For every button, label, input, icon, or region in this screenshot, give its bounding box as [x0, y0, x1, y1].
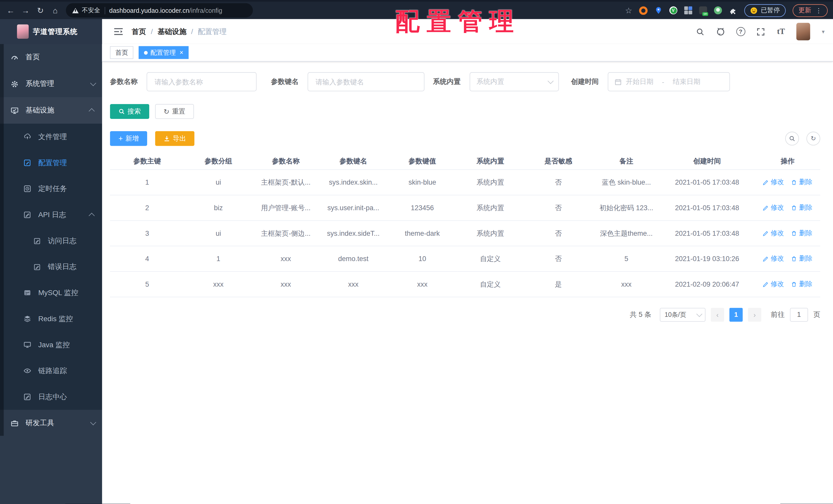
- refresh-icon: ↻: [164, 107, 169, 115]
- sidebar-item-infrastructure[interactable]: 基础设施: [0, 97, 102, 124]
- calendar-icon: [615, 78, 622, 85]
- user-avatar[interactable]: [796, 23, 810, 41]
- edit-link[interactable]: 修改: [763, 254, 784, 263]
- next-page-button[interactable]: ›: [748, 308, 761, 322]
- breadcrumb: 首页 / 基础设施 / 配置管理: [132, 27, 227, 36]
- edit-link[interactable]: 修改: [763, 280, 784, 289]
- edit-link[interactable]: 修改: [763, 229, 784, 238]
- github-icon[interactable]: [716, 27, 725, 36]
- sidebar-item-redis-monitor[interactable]: Redis 监控: [0, 306, 102, 332]
- sidebar-item-dev-tools[interactable]: 研发工具: [0, 410, 102, 436]
- table-row: 1ui 主框架页-默认...sys.index.skin... skin-blu…: [110, 170, 820, 195]
- table-row: 5xxx xxxxxx xxx自定义 是xxx 2021-02-09 20:06…: [110, 272, 820, 297]
- pencil-icon: [763, 205, 768, 211]
- extension-green-v-icon[interactable]: [669, 6, 677, 14]
- delete-link[interactable]: 删除: [791, 178, 812, 187]
- sidebar-item-home[interactable]: 首页: [0, 44, 102, 71]
- column-header: 参数键值: [387, 153, 457, 170]
- sidebar-item-file-management[interactable]: 文件管理: [0, 124, 102, 150]
- sidebar-item-config-management[interactable]: 配置管理: [0, 150, 102, 176]
- extension-on-icon[interactable]: [699, 6, 707, 14]
- fullscreen-icon[interactable]: [756, 27, 765, 36]
- home-icon[interactable]: ⌂: [48, 6, 63, 15]
- puzzle-extensions-icon[interactable]: [729, 6, 737, 15]
- sidebar-scrollbar[interactable]: [0, 44, 4, 436]
- refresh-icon[interactable]: ↻: [33, 6, 48, 15]
- caret-down-icon[interactable]: ▼: [821, 29, 826, 34]
- infra-monitor-icon: [11, 106, 19, 114]
- page-number-button[interactable]: 1: [729, 308, 743, 322]
- edit-link[interactable]: 修改: [763, 178, 784, 187]
- log-edit-icon: [33, 263, 41, 271]
- sidebar-item-log-center[interactable]: 日志中心: [0, 384, 102, 410]
- dashboard-icon: [11, 53, 19, 61]
- toggle-search-button[interactable]: [785, 132, 799, 146]
- app-logo[interactable]: 芋道管理系统: [0, 19, 102, 44]
- param-key-field[interactable]: [314, 77, 418, 86]
- timer-icon: [23, 185, 31, 193]
- add-button[interactable]: + 新增: [110, 131, 147, 146]
- log-edit-icon: [33, 237, 41, 245]
- sidebar-item-system[interactable]: 系统管理: [0, 71, 102, 97]
- table-header-row: 参数主键 参数分组 参数名称 参数键名 参数键值 系统内置 是否敏感 备注 创建…: [110, 153, 820, 170]
- refresh-table-button[interactable]: ↻: [806, 132, 820, 146]
- close-icon[interactable]: ×: [180, 49, 184, 56]
- sidebar-item-java-monitor[interactable]: Java 监控: [0, 332, 102, 358]
- delete-link[interactable]: 删除: [791, 203, 812, 212]
- eye-icon: [23, 367, 31, 375]
- delete-link[interactable]: 删除: [791, 254, 812, 263]
- extension-grid-icon[interactable]: [684, 6, 692, 14]
- delete-link[interactable]: 删除: [791, 229, 812, 238]
- delete-link[interactable]: 删除: [791, 280, 812, 289]
- forward-icon[interactable]: →: [18, 6, 33, 15]
- param-name-field[interactable]: [153, 77, 250, 86]
- sidebar-item-api-log[interactable]: API 日志: [0, 202, 102, 228]
- breadcrumb-section[interactable]: 基础设施: [158, 27, 186, 36]
- search-button[interactable]: 搜索: [110, 104, 149, 119]
- breadcrumb-home[interactable]: 首页: [132, 27, 146, 36]
- sidebar-item-access-log[interactable]: 访问日志: [0, 228, 102, 254]
- pagination: 共 5 条 10条/页 ‹ 1 › 前往 1 页: [110, 308, 820, 322]
- browser-chrome: ← → ↻ ⌂ 不安全 dashboard.yudao.iocoder.cn/i…: [0, 0, 833, 19]
- sidebar-item-scheduled-jobs[interactable]: 定时任务: [0, 176, 102, 202]
- font-size-icon[interactable]: tT: [776, 27, 786, 36]
- tag-home[interactable]: 首页: [110, 46, 133, 59]
- emoji-face-icon: [750, 7, 758, 14]
- tag-config-management[interactable]: 配置管理 ×: [139, 46, 189, 59]
- chevron-down-icon: [696, 311, 702, 317]
- edit-link[interactable]: 修改: [763, 203, 784, 212]
- page-size-select[interactable]: 10条/页: [660, 308, 706, 322]
- table-toolbar: + 新增 导出 ↻: [110, 131, 820, 146]
- back-icon[interactable]: ←: [3, 6, 18, 15]
- sidebar-item-tracing[interactable]: 链路追踪: [0, 358, 102, 384]
- date-end-placeholder: 结束日期: [673, 77, 700, 86]
- extension-pin-icon[interactable]: [654, 6, 662, 14]
- bookmark-star-icon[interactable]: ☆: [625, 6, 632, 15]
- column-header: 创建时间: [659, 153, 755, 170]
- kebab-menu-icon[interactable]: ⋮: [815, 7, 822, 14]
- browser-update-button[interactable]: 更新 ⋮: [792, 4, 828, 17]
- chevron-down-icon: [90, 80, 96, 86]
- reset-button[interactable]: ↻ 重置: [155, 104, 194, 119]
- search-icon[interactable]: [695, 27, 705, 36]
- extension-orange-icon[interactable]: [639, 6, 647, 15]
- topbar: 首页 / 基础设施 / 配置管理 ?: [102, 19, 833, 44]
- trash-icon: [791, 205, 797, 211]
- export-button[interactable]: 导出: [155, 131, 195, 146]
- sidebar-item-mysql-monitor[interactable]: MySQL 监控: [0, 280, 102, 306]
- pencil-icon: [763, 230, 768, 236]
- system-builtin-select[interactable]: 系统内置: [470, 72, 559, 91]
- url-text: dashboard.yudao.iocoder.cn/infra/config: [109, 7, 222, 14]
- help-icon[interactable]: ?: [736, 27, 745, 36]
- goto-page-input[interactable]: 1: [790, 308, 808, 322]
- param-key-input[interactable]: [308, 72, 425, 91]
- profile-paused-badge[interactable]: 已暂停: [744, 4, 786, 17]
- date-start-placeholder: 开始日期: [626, 77, 653, 86]
- sidebar-collapse-icon[interactable]: [114, 28, 123, 35]
- address-bar[interactable]: 不安全 dashboard.yudao.iocoder.cn/infra/con…: [66, 3, 253, 17]
- date-range-picker[interactable]: 开始日期 - 结束日期: [608, 72, 730, 91]
- prev-page-button[interactable]: ‹: [711, 308, 724, 322]
- param-name-input[interactable]: [147, 72, 257, 91]
- extension-leaf-icon[interactable]: [714, 6, 722, 14]
- sidebar-item-error-log[interactable]: 错误日志: [0, 254, 102, 280]
